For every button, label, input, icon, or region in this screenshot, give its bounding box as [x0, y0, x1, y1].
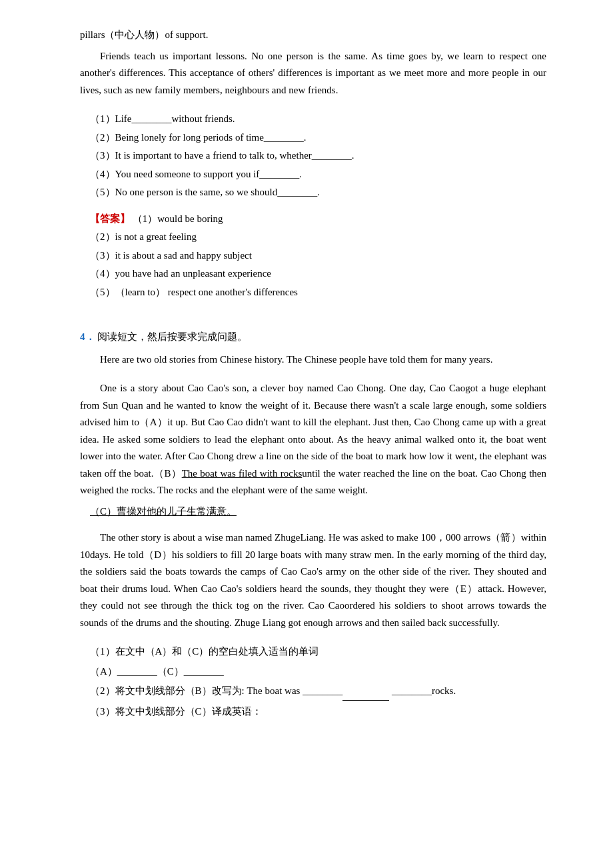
question-3: （3）It is important to have a friend to t…	[90, 147, 546, 165]
answer-3: （3）it is about a sad and happy subject	[90, 247, 546, 265]
para-caochong-text: One is a story about Cao Cao's son, a cl…	[80, 383, 546, 479]
question-4: （4）You need someone to support you if___…	[90, 166, 546, 183]
sub-q2-rocks: ________rocks.	[392, 685, 456, 696]
sub-q2-text: （2）将文中划线部分（B）改写为: The boat was ________	[90, 685, 342, 696]
para-caochong: One is a story about Cao Cao's son, a cl…	[80, 380, 546, 499]
chinese-c: （C）曹操对他的儿子生常满意。	[90, 503, 546, 521]
sub-q1a: （A）________（C）________	[90, 663, 546, 681]
page-content: pillars（中心人物）of support. Friends teach u…	[80, 27, 546, 720]
intro-line: pillars（中心人物）of support.	[80, 27, 546, 44]
answer-1-text: （1）would be boring	[133, 213, 223, 224]
question-5: （5）No one person is the same, so we shou…	[90, 184, 546, 201]
answer-label: 【答案】	[90, 213, 130, 224]
sub-q2: （2）将文中划线部分（B）改写为: The boat was ________ …	[90, 683, 546, 701]
para-zhugeliang: The other story is about a wise man name…	[80, 529, 546, 631]
answer-2: （2）is not a great feeling	[90, 229, 546, 246]
section4-number: 4．	[80, 331, 95, 342]
question-1: （1）Life________without friends.	[90, 111, 546, 128]
answer-5: （5）（learn to） respect one another's diff…	[90, 284, 546, 301]
answer-4: （4）you have had an unpleasant experience	[90, 265, 546, 283]
sub-q1: （1）在文中（A）和（C）的空白处填入适当的单词	[90, 643, 546, 661]
rocks-blank1	[342, 683, 389, 701]
question-2: （2）Being lonely for long periods of time…	[90, 129, 546, 147]
sub-q3: （3）将文中划线部分（C）译成英语：	[90, 703, 546, 721]
chinese-c-text: （C）曹操对他的儿子生常满意。	[90, 506, 237, 517]
paragraph1: Friends teach us important lessons. No o…	[80, 48, 546, 99]
section4-header: 4． 阅读短文，然后按要求完成问题。	[80, 329, 546, 346]
section4-title: 阅读短文，然后按要求完成问题。	[97, 331, 247, 342]
answer-header: 【答案】 （1）would be boring	[90, 211, 546, 228]
underlined-b: The boat was filed with rocks	[182, 468, 303, 479]
para-intro: Here are two old stories from Chinese hi…	[80, 351, 546, 369]
